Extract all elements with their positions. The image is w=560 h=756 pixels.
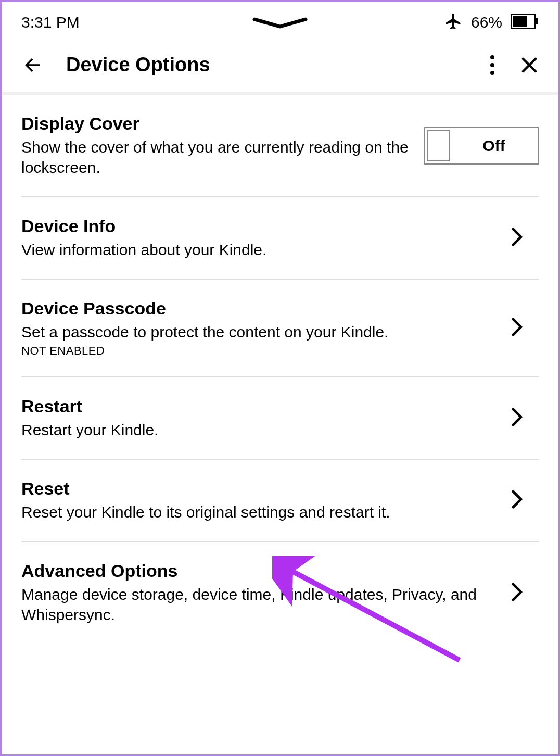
close-icon [520, 56, 539, 74]
header-bar: Device Options [2, 38, 558, 95]
settings-list: Display Cover Show the cover of what you… [2, 95, 558, 644]
setting-desc: Manage device storage, device time, Kind… [21, 584, 501, 625]
setting-device-info[interactable]: Device Info View information about your … [21, 197, 539, 280]
svg-rect-1 [513, 16, 527, 27]
back-button[interactable] [21, 54, 43, 76]
setting-title: Reset [21, 478, 501, 499]
setting-desc: Reset your Kindle to its original settin… [21, 502, 501, 522]
pull-down-indicator-icon[interactable] [251, 17, 309, 32]
setting-title: Display Cover [21, 114, 414, 134]
setting-title: Device Info [21, 216, 501, 236]
setting-desc: Set a passcode to protect the content on… [21, 322, 501, 342]
status-bar: 3:31 PM 66% [2, 2, 558, 38]
setting-title: Advanced Options [21, 561, 501, 581]
setting-advanced-options[interactable]: Advanced Options Manage device storage, … [21, 542, 539, 644]
setting-desc: View information about your Kindle. [21, 240, 501, 260]
arrow-left-icon [21, 54, 43, 76]
setting-display-cover[interactable]: Display Cover Show the cover of what you… [21, 95, 539, 197]
chevron-right-icon [512, 490, 539, 511]
chevron-right-icon [512, 583, 539, 603]
status-time: 3:31 PM [21, 14, 80, 31]
chevron-right-icon [512, 408, 539, 429]
svg-point-5 [490, 71, 494, 75]
battery-icon [511, 14, 539, 31]
more-options-button[interactable] [490, 55, 495, 75]
toggle-label: Off [450, 137, 538, 155]
svg-point-4 [490, 63, 494, 67]
battery-percent: 66% [471, 14, 502, 31]
setting-desc: Show the cover of what you are currently… [21, 137, 414, 178]
setting-status: NOT ENABLED [21, 344, 501, 358]
chevron-right-icon [512, 318, 539, 338]
setting-title: Device Passcode [21, 298, 501, 319]
setting-title: Restart [21, 396, 501, 417]
svg-rect-2 [536, 18, 538, 24]
chevron-right-icon [512, 228, 539, 248]
setting-restart[interactable]: Restart Restart your Kindle. [21, 377, 539, 460]
status-right: 66% [444, 12, 539, 33]
display-cover-toggle[interactable]: Off [424, 127, 539, 165]
svg-point-3 [490, 55, 494, 59]
airplane-mode-icon [444, 12, 463, 33]
close-button[interactable] [520, 56, 539, 74]
toggle-knob [427, 130, 450, 161]
kebab-menu-icon [490, 55, 495, 75]
setting-desc: Restart your Kindle. [21, 420, 501, 440]
setting-device-passcode[interactable]: Device Passcode Set a passcode to protec… [21, 280, 539, 377]
page-title: Device Options [66, 54, 467, 76]
setting-reset[interactable]: Reset Reset your Kindle to its original … [21, 460, 539, 542]
